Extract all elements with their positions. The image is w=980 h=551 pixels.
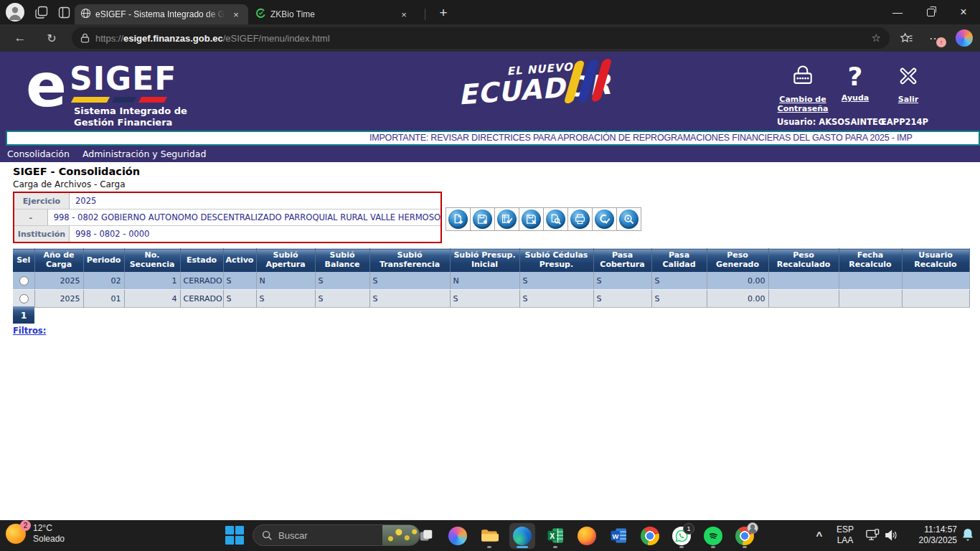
tray-chevron-icon[interactable]: ^ bbox=[812, 526, 826, 545]
edge-taskbar-icon[interactable] bbox=[509, 523, 535, 549]
ejercicio-label: Ejercicio bbox=[14, 193, 70, 209]
row-select-radio[interactable] bbox=[19, 294, 29, 303]
copilot-taskbar-icon[interactable] bbox=[446, 524, 469, 547]
address-bar[interactable]: https://esigef.finanzas.gob.ec/eSIGEF/me… bbox=[72, 27, 890, 49]
svg-text:W: W bbox=[612, 533, 618, 540]
weather-widget[interactable]: 2 12°C Soleado bbox=[6, 523, 65, 545]
cell-usuario-recalc bbox=[902, 290, 969, 308]
breadcrumb: Carga de Archivos - Carga bbox=[13, 179, 126, 189]
cell-fecha-recalc bbox=[839, 290, 902, 308]
col-subio-presup-inicial: Subió Presup. Inicial bbox=[450, 249, 519, 273]
close-tab-icon[interactable]: × bbox=[397, 8, 410, 21]
view-record-button[interactable] bbox=[543, 207, 568, 231]
col-subio-transferencia: Subió Transferencia bbox=[369, 249, 450, 273]
record-toolbar bbox=[446, 207, 641, 231]
file-explorer-icon[interactable] bbox=[478, 524, 501, 547]
copilot-icon[interactable] bbox=[956, 29, 973, 47]
cell-presup-inicial: S bbox=[450, 290, 519, 308]
sun-icon: 2 bbox=[6, 524, 26, 544]
change-password-label[interactable]: Cambio de Contraseña bbox=[774, 95, 831, 113]
filters-link[interactable]: Filtros: bbox=[13, 326, 46, 336]
consolidate-record-button[interactable] bbox=[592, 207, 617, 231]
help-action[interactable]: ? Ayuda bbox=[834, 63, 876, 103]
chrome-profile-icon[interactable] bbox=[733, 524, 756, 547]
window-minimize-button[interactable]: — bbox=[881, 0, 914, 24]
entidad-label: - bbox=[14, 209, 48, 225]
excel-icon[interactable]: X bbox=[544, 524, 567, 547]
back-button[interactable]: ← bbox=[10, 29, 30, 47]
weather-condition: Soleado bbox=[33, 534, 65, 545]
clock-date: 20/3/2025 bbox=[903, 535, 957, 546]
logo-subtitle-2: Gestión Financiera bbox=[74, 117, 187, 128]
word-icon[interactable]: W bbox=[607, 524, 630, 547]
entidad-value: 998 - 0802 GOBIERNO AUTONOMO DESCENTRALI… bbox=[48, 209, 440, 225]
refresh-button[interactable]: ↻ bbox=[42, 29, 62, 47]
chrome-icon[interactable] bbox=[639, 524, 661, 547]
search-record-button[interactable] bbox=[616, 207, 641, 231]
taskbar-search[interactable]: Buscar bbox=[253, 524, 420, 546]
create-record-button[interactable] bbox=[446, 207, 471, 231]
browser-toolbar: ← ↻ https://esigef.finanzas.gob.ec/eSIGE… bbox=[0, 24, 980, 52]
menu-consolidacion[interactable]: Consolidación bbox=[7, 149, 70, 159]
cell-anio: 2025 bbox=[34, 290, 83, 308]
table-row: 2025 01 4 CERRADO S S S S S S S S 0.00 bbox=[13, 290, 969, 308]
tray-clock[interactable]: 11:14:57 20/3/2025 bbox=[903, 524, 957, 546]
change-password-action[interactable]: Cambio de Contraseña bbox=[774, 63, 831, 113]
notifications-bell-icon[interactable] bbox=[961, 527, 974, 545]
col-activo: Activo bbox=[223, 249, 256, 273]
new-tab-button[interactable]: + bbox=[433, 4, 453, 22]
volume-icon[interactable] bbox=[884, 528, 899, 545]
main-content: SIGEF - Consolidación Carga de Archivos … bbox=[0, 162, 980, 520]
cell-cedulas: S bbox=[519, 290, 593, 308]
network-icon[interactable] bbox=[865, 528, 880, 545]
workspaces-icon[interactable] bbox=[33, 3, 50, 22]
page-title: SIGEF - Consolidación bbox=[13, 166, 140, 177]
cell-presup-inicial: N bbox=[450, 272, 519, 290]
page-number-button[interactable]: 1 bbox=[13, 306, 34, 324]
logo-tricolor-bar bbox=[72, 97, 187, 103]
cell-cedulas: S bbox=[519, 272, 593, 290]
logout-action[interactable]: Salir bbox=[887, 63, 930, 104]
profile-avatar-bubble bbox=[747, 522, 758, 534]
validate-record-button[interactable] bbox=[494, 207, 519, 231]
window-restore-button[interactable] bbox=[914, 0, 947, 24]
cell-periodo: 01 bbox=[83, 290, 124, 308]
task-view-button[interactable] bbox=[415, 524, 438, 547]
start-button[interactable] bbox=[225, 526, 245, 545]
print-record-button[interactable] bbox=[567, 207, 593, 231]
col-fecha-recalculo: Fecha Recalculo bbox=[839, 249, 902, 273]
menu-administracion[interactable]: Administración y Seguridad bbox=[83, 149, 206, 159]
logout-label[interactable]: Salir bbox=[887, 95, 930, 104]
language-indicator[interactable]: ESP LAA bbox=[837, 524, 854, 546]
window-close-button[interactable]: × bbox=[947, 0, 980, 24]
firefox-icon[interactable] bbox=[575, 524, 598, 547]
search-placeholder: Buscar bbox=[278, 530, 382, 541]
cell-apertura: N bbox=[256, 272, 315, 290]
cell-transferencia: S bbox=[369, 290, 450, 308]
tab-actions-icon[interactable] bbox=[56, 3, 72, 22]
col-subio-apertura: Subió Apertura bbox=[256, 249, 315, 273]
favorites-icon[interactable] bbox=[895, 29, 917, 47]
delete-record-button[interactable] bbox=[519, 207, 544, 231]
carga-table: Sel Año de Carga Periodo No. Secuencia E… bbox=[13, 248, 970, 308]
whatsapp-icon[interactable]: 1 bbox=[670, 524, 693, 547]
url-path: /eSIGEF/menu/index.html bbox=[223, 33, 330, 44]
tab-esigef[interactable]: eSIGEF - Sistema Integrado de Ge × bbox=[75, 4, 248, 24]
close-tab-icon[interactable]: × bbox=[230, 8, 242, 21]
ecuador-flag-stripes bbox=[568, 59, 608, 103]
whatsapp-badge: 1 bbox=[683, 523, 694, 534]
help-label[interactable]: Ayuda bbox=[834, 93, 876, 103]
col-pasa-cobertura: Pasa Cobertura bbox=[593, 249, 651, 273]
favorite-star-icon[interactable]: ☆ bbox=[872, 32, 881, 44]
save-record-button[interactable] bbox=[470, 207, 495, 231]
tab-zkbio[interactable]: ZKBio Time × bbox=[250, 4, 416, 24]
spotify-icon[interactable] bbox=[702, 524, 725, 547]
browser-profile-avatar[interactable] bbox=[6, 3, 24, 22]
cell-activo: S bbox=[223, 290, 256, 308]
cell-calidad: S bbox=[651, 290, 707, 308]
institucion-value: 998 - 0802 - 0000 bbox=[70, 226, 440, 242]
cell-secuencia: 1 bbox=[124, 272, 180, 290]
password-lock-icon bbox=[774, 63, 831, 92]
col-subio-balance: Subió Balance bbox=[315, 249, 369, 273]
row-select-radio[interactable] bbox=[19, 276, 29, 286]
